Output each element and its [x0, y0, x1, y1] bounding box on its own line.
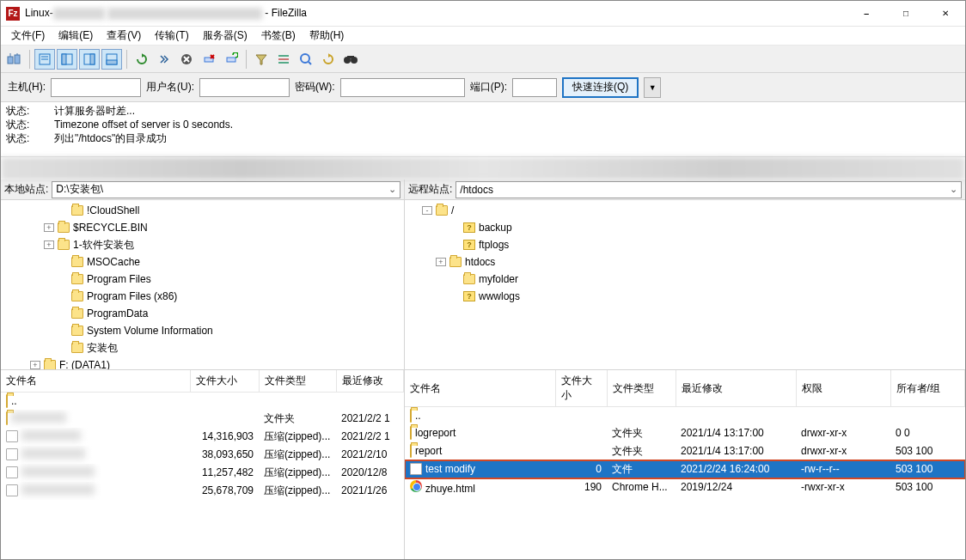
list-row[interactable]: x14,316,903压缩(zipped)...2021/2/2 1 [1, 428, 404, 446]
local-list[interactable]: 文件名文件大小文件类型最近修改..x文件夹2021/2/2 1x14,316,9… [1, 370, 404, 559]
menu-item[interactable]: 传输(T) [148, 27, 195, 45]
local-path-combo[interactable]: D:\安装包\ [52, 181, 400, 198]
tree-row[interactable]: ?wwwlogs [405, 288, 965, 305]
refresh-button[interactable] [131, 49, 152, 70]
status-line: 状态:列出"/htdocs"的目录成功 [6, 131, 960, 145]
port-input[interactable] [512, 78, 557, 97]
svg-marker-21 [256, 55, 266, 64]
host-input[interactable] [51, 78, 141, 97]
local-pathbar: 本地站点: D:\安装包\ [1, 180, 404, 200]
tree-row[interactable]: +F: (DATA1) [1, 356, 404, 370]
cancel-button[interactable] [176, 49, 197, 70]
menu-item[interactable]: 查看(V) [100, 27, 148, 45]
folder-icon [71, 326, 83, 336]
list-row[interactable]: .. [405, 407, 965, 424]
list-row[interactable]: x文件夹2021/2/2 1 [1, 410, 404, 428]
svg-rect-0 [8, 57, 13, 64]
binoculars-icon[interactable] [340, 49, 361, 70]
tree-label: htdocs [465, 256, 495, 268]
tree-label: ftplogs [479, 239, 509, 251]
expand-toggle[interactable]: + [44, 240, 54, 249]
filter-button[interactable] [251, 49, 272, 70]
list-row[interactable]: report文件夹2021/1/4 13:17:00drwxr-xr-x503 … [405, 442, 965, 460]
quickconnect-button[interactable]: 快速连接(Q) [562, 77, 639, 98]
tree-row[interactable]: 安装包 [1, 339, 404, 356]
reconnect-button[interactable] [221, 49, 242, 70]
sync-browse-button[interactable] [296, 49, 316, 70]
disconnect-button[interactable] [199, 49, 219, 70]
tree-row[interactable]: -/ [405, 202, 965, 219]
tree-row[interactable]: +htdocs [405, 253, 965, 271]
list-row[interactable]: .. [1, 393, 404, 410]
toggle-local-tree-button[interactable] [57, 49, 77, 70]
tree-label: wwwlogs [479, 290, 520, 302]
menu-item[interactable]: 帮助(H) [303, 27, 352, 45]
expand-toggle[interactable]: + [44, 223, 54, 232]
process-queue-button[interactable] [154, 49, 174, 70]
tree-row[interactable]: +1-软件安装包 [1, 236, 404, 253]
list-row[interactable]: x38,093,650压缩(zipped)...2021/2/10 [1, 446, 404, 464]
column-header[interactable]: 文件名 [405, 370, 555, 407]
folder-icon [71, 257, 83, 267]
compare-button[interactable] [273, 49, 294, 70]
tree-row[interactable]: +$RECYCLE.BIN [1, 219, 404, 236]
user-input[interactable] [199, 78, 290, 97]
list-row[interactable]: test modify0文件2021/2/24 16:24:00-rw-r--r… [405, 460, 965, 478]
tree-row[interactable]: System Volume Information [1, 322, 404, 339]
search-button[interactable] [318, 49, 339, 70]
close-button[interactable]: ✕ [926, 1, 965, 27]
remote-tree[interactable]: -/ ?backup ?ftplogs +htdocs myfolder ?ww… [405, 200, 965, 370]
column-header[interactable]: 文件大小 [555, 370, 607, 407]
port-label: 端口(P): [470, 80, 507, 94]
expand-toggle[interactable]: + [30, 361, 40, 369]
list-row[interactable]: zhuye.html190Chrome H...2019/12/24-rwxr-… [405, 478, 965, 496]
column-header[interactable]: 权限 [796, 370, 890, 407]
tree-row[interactable]: ?ftplogs [405, 236, 965, 253]
folder-icon [6, 394, 8, 408]
toggle-queue-button[interactable] [101, 49, 122, 70]
column-header[interactable]: 所有者/组 [890, 370, 965, 407]
column-header[interactable]: 文件类型 [259, 370, 336, 393]
tree-row[interactable]: !CloudShell [1, 202, 404, 219]
list-row[interactable]: x25,678,709压缩(zipped)...2021/1/26 [1, 482, 404, 500]
column-header[interactable]: 最近修改 [336, 370, 404, 393]
expand-toggle[interactable]: + [436, 258, 446, 266]
remote-list[interactable]: 文件名文件大小文件类型最近修改权限所有者/组..logreport文件夹2021… [405, 370, 965, 559]
tree-row[interactable]: Program Files [1, 271, 404, 288]
column-header[interactable]: 文件名 [1, 370, 190, 393]
menubar: 文件(F)编辑(E)查看(V)传输(T)服务器(S)书签(B)帮助(H) [1, 27, 965, 46]
quickconnect-dropdown[interactable]: ▼ [644, 77, 661, 98]
column-header[interactable]: 最近修改 [676, 370, 796, 407]
remote-site-label: 远程站点: [408, 182, 452, 197]
tree-label: 安装包 [87, 341, 118, 356]
blurred-strip [1, 157, 965, 180]
column-header[interactable]: 文件类型 [607, 370, 676, 407]
file-icon [6, 448, 18, 460]
pass-label: 密码(W): [295, 80, 335, 94]
svg-point-25 [301, 54, 309, 63]
tree-row[interactable]: myfolder [405, 271, 965, 288]
tree-row[interactable]: MSOCache [1, 253, 404, 271]
minimize-button[interactable]: ‒ [847, 1, 886, 27]
menu-item[interactable]: 文件(F) [4, 27, 52, 45]
status-log[interactable]: 状态:计算服务器时差...状态:Timezone offset of serve… [1, 102, 965, 157]
expand-toggle[interactable]: - [422, 206, 432, 215]
menu-item[interactable]: 书签(B) [254, 27, 303, 45]
remote-path-combo[interactable]: /htdocs [455, 181, 962, 198]
menu-item[interactable]: 服务器(S) [196, 27, 254, 45]
menu-item[interactable]: 编辑(E) [52, 27, 100, 45]
toggle-log-button[interactable] [34, 49, 55, 70]
list-row[interactable]: x11,257,482压缩(zipped)...2020/12/8 [1, 464, 404, 482]
maximize-button[interactable]: □ [886, 1, 926, 27]
local-tree[interactable]: !CloudShell +$RECYCLE.BIN +1-软件安装包 MSOCa… [1, 200, 404, 370]
list-row[interactable]: logreport文件夹2021/1/4 13:17:00drwxr-xr-x0… [405, 424, 965, 442]
file-icon [6, 484, 18, 496]
site-manager-button[interactable] [4, 49, 25, 70]
pass-input[interactable] [340, 78, 465, 97]
file-icon [6, 466, 18, 478]
tree-row[interactable]: ProgramData [1, 305, 404, 322]
column-header[interactable]: 文件大小 [190, 370, 259, 393]
tree-row[interactable]: ?backup [405, 219, 965, 236]
tree-row[interactable]: Program Files (x86) [1, 288, 404, 305]
toggle-remote-tree-button[interactable] [79, 49, 100, 70]
